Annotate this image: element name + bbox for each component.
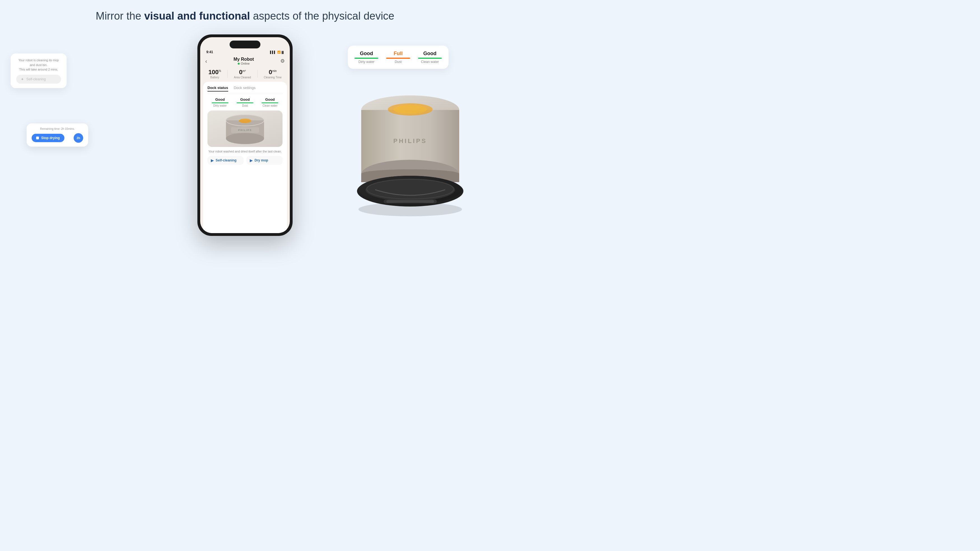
stop-icon <box>36 137 39 139</box>
app-title: My Robot Online <box>234 57 254 65</box>
phone-screen: 9:41 ▌▌▌ 📶 ▓ ‹ My Robot Online <box>200 37 290 233</box>
dock-svg: PHILIPS <box>223 112 267 146</box>
dry-mop-action-icon: ▶ <box>250 158 253 163</box>
robot-name: My Robot <box>234 57 254 62</box>
main-content: Your robot is cleaning its mop and dust … <box>0 29 490 264</box>
dry-mop-action-label: Dry mop <box>255 159 268 162</box>
battery-stat: 100% Battery <box>208 68 221 79</box>
stop-drying-row: Stop drying 2h <box>32 133 83 143</box>
dust-bar <box>237 102 253 103</box>
svg-point-11 <box>393 105 427 114</box>
status-card-right: Good Dirty water Full Dust Good Clean wa… <box>348 46 449 69</box>
svg-point-5 <box>239 119 251 123</box>
right-clean-water-label: Good <box>418 51 442 57</box>
online-status: Online <box>241 62 250 65</box>
right-dust: Full Dust <box>386 51 410 64</box>
signal-bars: ▌▌▌ <box>270 51 276 54</box>
page-header: Mirror the visual and functional aspects… <box>0 0 490 29</box>
stats-row: 100% Battery 0m² Area Cleaned 0min Clean… <box>200 66 290 82</box>
app-header: ‹ My Robot Online ⚙ <box>200 55 290 66</box>
clean-water-bar <box>261 102 278 103</box>
dust-sublabel: Dust <box>237 104 253 107</box>
stop-drying-button[interactable]: Stop drying <box>32 134 64 142</box>
dock-image: PHILIPS <box>207 111 283 147</box>
tab-dock-status[interactable]: Dock status <box>207 86 228 92</box>
svg-point-17 <box>365 179 455 201</box>
right-dirty-water-label: Good <box>355 51 378 57</box>
dock-status-indicators: Good Dirty water Good Dust Good C <box>207 97 283 107</box>
self-cleaning-card: Your robot is cleaning its mop and dust … <box>11 54 67 88</box>
online-badge: Online <box>234 62 254 65</box>
stat-divider-2 <box>257 70 258 78</box>
right-clean-water-bar <box>418 58 442 59</box>
area-value: 0m² <box>234 68 251 76</box>
header-title-bold: visual and functional <box>144 10 250 22</box>
robot-image-container: PHILIPS <box>347 74 473 236</box>
timer-badge: 2h <box>74 133 83 143</box>
time-stat: 0min Cleaning Time <box>264 68 282 79</box>
right-dust-bar <box>386 58 410 59</box>
clean-water-sublabel: Clean water <box>261 104 278 107</box>
battery-label: Battery <box>208 76 221 79</box>
self-cleaning-icon: ✦ <box>21 77 24 81</box>
status-bar: 9:41 ▌▌▌ 📶 ▓ <box>200 49 290 55</box>
back-button[interactable]: ‹ <box>205 58 207 64</box>
self-cleaning-label: Self-cleaning <box>26 77 46 81</box>
battery-icon: ▓ <box>282 51 284 54</box>
dirty-water-bar <box>212 102 229 103</box>
settings-button[interactable]: ⚙ <box>280 58 285 64</box>
header-title-end: aspects of the physical device <box>250 10 394 22</box>
battery-value: 100% <box>208 68 221 76</box>
self-cleaning-button[interactable]: ✦ Self-cleaning <box>16 75 61 84</box>
stop-drying-label: Stop drying <box>41 136 60 140</box>
header-title-regular: Mirror the <box>96 10 144 22</box>
stop-drying-card: Remaining time: 2h 15mins. Stop drying 2… <box>27 124 88 147</box>
dust-label: Good <box>237 97 253 102</box>
tab-dock-settings[interactable]: Dock settings <box>234 86 256 92</box>
time-label: Cleaning Time <box>264 76 282 79</box>
phone-mockup: 9:41 ▌▌▌ 📶 ▓ ‹ My Robot Online <box>197 35 293 236</box>
online-dot <box>238 63 240 65</box>
clean-water-indicator: Good Clean water <box>261 97 278 107</box>
right-dirty-water-bar <box>355 58 378 59</box>
dynamic-island <box>230 41 260 48</box>
signal-icons: ▌▌▌ 📶 ▓ <box>270 51 284 54</box>
time-value: 0min <box>264 68 282 76</box>
robot-svg: PHILIPS <box>347 74 473 230</box>
time-display: 9:41 <box>206 50 213 54</box>
dock-tabs: Dock status Dock settings <box>207 86 283 94</box>
svg-text:PHILIPS: PHILIPS <box>393 137 427 144</box>
remaining-time-text: Remaining time: 2h 15mins. <box>32 127 83 130</box>
phone-frame: 9:41 ▌▌▌ 📶 ▓ ‹ My Robot Online <box>197 35 293 236</box>
wifi-icon: 📶 <box>277 51 280 54</box>
self-cleaning-action-button[interactable]: ▶ Self-cleaning <box>207 156 243 165</box>
self-cleaning-action-label: Self-cleaning <box>216 159 237 162</box>
right-dirty-water-sublabel: Dirty water <box>355 60 378 64</box>
right-dirty-water: Good Dirty water <box>355 51 378 64</box>
right-clean-water-sublabel: Clean water <box>418 60 442 64</box>
self-cleaning-action-icon: ▶ <box>211 158 214 163</box>
dry-mop-action-button[interactable]: ▶ Dry mop <box>247 156 283 165</box>
area-label: Area Cleaned <box>234 76 251 79</box>
svg-text:PHILIPS: PHILIPS <box>238 129 252 132</box>
dock-description: Your robot washed and dried itself after… <box>207 150 283 153</box>
dirty-water-label: Good <box>212 97 229 102</box>
svg-point-2 <box>226 133 264 144</box>
action-buttons: ▶ Self-cleaning ▶ Dry mop <box>207 156 283 165</box>
right-dust-sublabel: Dust <box>386 60 410 64</box>
right-clean-water: Good Clean water <box>418 51 442 64</box>
right-dust-label: Full <box>386 51 410 57</box>
dock-card: Dock status Dock settings Good Dirty wat… <box>203 82 287 233</box>
clean-water-label: Good <box>261 97 278 102</box>
dirty-water-indicator: Good Dirty water <box>212 97 229 107</box>
dirty-water-sublabel: Dirty water <box>212 104 229 107</box>
dust-indicator: Good Dust <box>237 97 253 107</box>
area-stat: 0m² Area Cleaned <box>234 68 251 79</box>
self-cleaning-text: Your robot is cleaning its mop and dust … <box>16 58 61 72</box>
svg-point-21 <box>358 202 462 216</box>
